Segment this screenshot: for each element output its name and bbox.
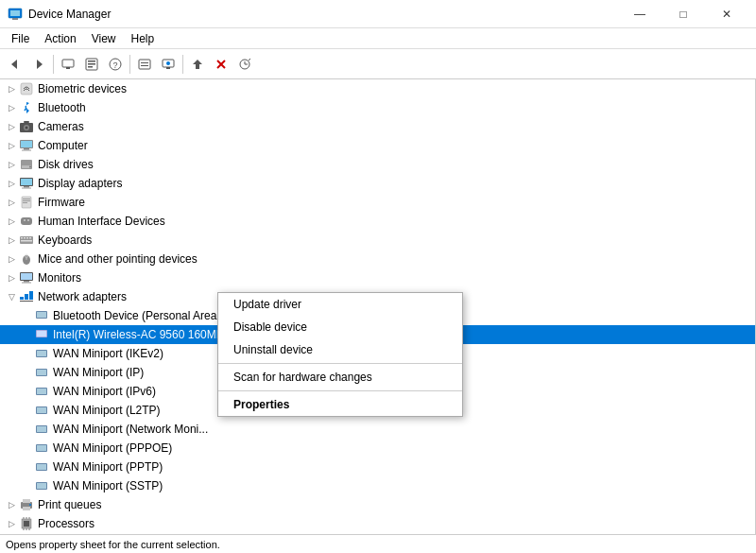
svg-rect-26 <box>24 121 29 123</box>
svg-rect-37 <box>22 188 31 189</box>
tree-item-firmware[interactable]: ▷ Firmware <box>0 193 755 212</box>
expand-monitors[interactable]: ▷ <box>4 270 19 285</box>
ctx-scan-hardware[interactable]: Scan for hardware changes <box>218 366 462 389</box>
tree-item-printqueues[interactable]: ▷ Print queues <box>0 495 755 514</box>
svg-rect-36 <box>24 186 29 188</box>
hid-icon <box>19 214 34 229</box>
svg-rect-67 <box>37 351 46 356</box>
expand-cameras[interactable]: ▷ <box>4 119 19 134</box>
expand-hid[interactable]: ▷ <box>4 214 19 229</box>
expand-displayadapters[interactable]: ▷ <box>4 176 19 191</box>
wan-network-icon <box>34 422 49 437</box>
ctx-properties[interactable]: Properties <box>218 393 462 416</box>
toolbar-back[interactable] <box>4 53 26 76</box>
svg-rect-73 <box>37 407 46 413</box>
close-button[interactable]: ✕ <box>705 0 748 28</box>
menu-action[interactable]: Action <box>37 30 83 47</box>
toolbar-help[interactable]: ? <box>104 53 127 76</box>
expand-biometric[interactable]: ▷ <box>4 81 19 96</box>
mice-label: Mice and other pointing devices <box>38 252 755 266</box>
expand-printqueues[interactable]: ▷ <box>4 497 19 512</box>
expand-mice[interactable]: ▷ <box>4 251 19 267</box>
display-icon <box>19 176 34 191</box>
svg-rect-46 <box>21 237 23 239</box>
tree-item-wan-pppoe[interactable]: ▷ WAN Miniport (PPPOE) <box>0 439 755 458</box>
svg-rect-35 <box>21 179 32 185</box>
wan-l2tp-icon <box>34 403 49 418</box>
keyboard-icon <box>19 233 34 248</box>
svg-rect-39 <box>23 199 30 199</box>
menu-file[interactable]: File <box>4 30 37 47</box>
expand-diskdrives[interactable]: ▷ <box>4 157 19 172</box>
svg-rect-71 <box>37 389 46 394</box>
tree-item-monitors[interactable]: ▷ Monitors <box>0 268 755 287</box>
svg-rect-14 <box>141 62 148 63</box>
computer-label: Computer <box>38 139 755 152</box>
ctx-sep-1 <box>218 363 462 364</box>
expand-computer[interactable]: ▷ <box>4 138 19 153</box>
toolbar-properties[interactable] <box>80 53 103 76</box>
maximize-button[interactable]: □ <box>662 0 705 28</box>
expand-networkadapters[interactable]: ▽ <box>4 289 19 304</box>
title-text: Device Manager <box>28 8 111 21</box>
svg-rect-47 <box>24 237 26 239</box>
svg-rect-30 <box>22 150 31 151</box>
svg-rect-56 <box>24 281 29 283</box>
svg-rect-60 <box>29 291 33 300</box>
svg-rect-63 <box>37 312 46 318</box>
wan-pppoe-label: WAN Miniport (PPPOE) <box>53 441 755 455</box>
svg-rect-57 <box>22 283 31 284</box>
svg-rect-6 <box>66 67 70 69</box>
minimize-button[interactable]: — <box>618 0 662 28</box>
bluetooth-net-icon <box>34 308 49 323</box>
status-bar: Opens property sheet for the current sel… <box>0 534 756 553</box>
tree-item-computer[interactable]: ▷ Computer <box>0 136 755 155</box>
tree-item-wan-pptp[interactable]: ▷ WAN Miniport (PPTP) <box>0 458 755 476</box>
title-controls: — □ ✕ <box>618 0 748 28</box>
menu-help[interactable]: Help <box>124 30 163 47</box>
toolbar-show[interactable] <box>133 53 156 76</box>
toolbar-computer[interactable] <box>57 53 79 76</box>
tree-item-hid[interactable]: ▷ Human Interface Devices <box>0 212 755 231</box>
tree-item-keyboards[interactable]: ▷ Keyboards <box>0 231 755 250</box>
tree-item-wan-sstp[interactable]: ▷ WAN Miniport (SSTP) <box>0 476 755 495</box>
tree-item-displayadapters[interactable]: ▷ Display adapters <box>0 174 755 193</box>
disk-icon <box>19 157 34 172</box>
toolbar-update[interactable] <box>186 53 209 76</box>
tree-panel[interactable]: ▷ Biometric devices ▷ Bluetooth <box>0 79 756 534</box>
toolbar-monitor[interactable] <box>157 53 180 76</box>
toolbar-sep-1 <box>53 55 54 74</box>
svg-rect-83 <box>23 499 30 503</box>
wan-network-label: WAN Miniport (Network Moni... <box>53 423 755 436</box>
svg-marker-3 <box>11 60 17 69</box>
menu-view[interactable]: View <box>84 30 124 47</box>
toolbar-remove[interactable] <box>210 53 232 76</box>
tree-item-processors[interactable]: ▷ Processors <box>0 514 755 533</box>
expand-processors[interactable]: ▷ <box>4 516 19 531</box>
tree-item-bluetooth[interactable]: ▷ Bluetooth <box>0 98 755 117</box>
tree-item-security[interactable]: ▷ Security devices <box>0 533 755 534</box>
title-bar: Device Manager — □ ✕ <box>0 0 756 28</box>
print-icon <box>19 497 34 512</box>
expand-keyboards[interactable]: ▷ <box>4 233 19 248</box>
svg-point-25 <box>26 127 28 130</box>
ctx-disable-device[interactable]: Disable device <box>218 316 462 338</box>
tree-item-biometric[interactable]: ▷ Biometric devices <box>0 79 755 98</box>
tree-item-cameras[interactable]: ▷ Cameras <box>0 117 755 136</box>
svg-rect-13 <box>139 60 150 69</box>
status-text: Opens property sheet for the current sel… <box>6 539 220 550</box>
tree-item-wan-network[interactable]: ▷ WAN Miniport (Network Moni... <box>0 420 755 439</box>
toolbar-scan[interactable] <box>233 53 256 76</box>
expand-bluetooth[interactable]: ▷ <box>4 100 19 115</box>
tree-item-diskdrives[interactable]: ▷ Disk drives <box>0 155 755 174</box>
wan-sstp-icon <box>34 478 49 493</box>
svg-rect-9 <box>88 63 95 65</box>
svg-point-85 <box>29 504 31 506</box>
ctx-uninstall-device[interactable]: Uninstall device <box>218 338 462 361</box>
wan-ipv6-icon <box>34 384 49 399</box>
expand-firmware[interactable]: ▷ <box>4 195 19 210</box>
ctx-update-driver[interactable]: Update driver <box>218 293 462 316</box>
toolbar-forward[interactable] <box>27 53 50 76</box>
tree-item-mice[interactable]: ▷ Mice and other pointing devices <box>0 250 755 268</box>
svg-rect-29 <box>24 148 29 150</box>
